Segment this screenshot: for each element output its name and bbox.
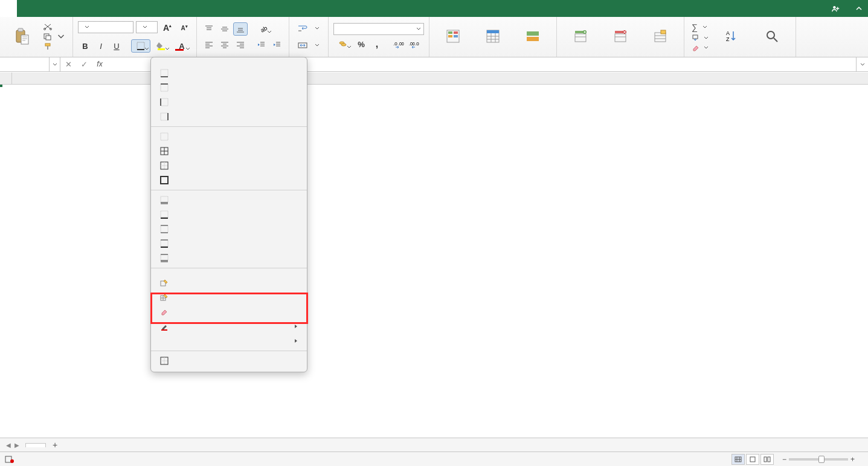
cell-styles-button[interactable] <box>514 29 551 45</box>
name-box-dropdown[interactable] <box>50 57 60 71</box>
tab-formulas[interactable] <box>68 0 85 17</box>
tab-insert[interactable] <box>17 0 34 17</box>
align-right-button[interactable] <box>233 38 248 51</box>
orientation-icon: ab <box>259 25 268 33</box>
menu-bottom-double-border[interactable] <box>151 193 307 207</box>
align-top-button[interactable] <box>202 22 216 36</box>
select-all-corner[interactable] <box>0 73 12 84</box>
wrap-text-button[interactable] <box>294 21 323 36</box>
view-normal-button[interactable] <box>731 454 745 465</box>
borders-button[interactable] <box>131 39 150 53</box>
name-box[interactable] <box>0 57 50 71</box>
format-as-table-button[interactable] <box>474 29 512 45</box>
view-page-break-button[interactable] <box>760 454 774 465</box>
view-page-layout-button[interactable] <box>746 454 759 465</box>
menu-draw-border[interactable] <box>151 276 307 290</box>
sort-filter-button[interactable]: AZ <box>713 29 751 45</box>
tab-home[interactable] <box>0 0 17 17</box>
increase-decimal-button[interactable]: .0.00 <box>391 37 406 51</box>
align-middle-icon <box>220 25 229 33</box>
increase-indent-button[interactable] <box>269 38 284 51</box>
menu-right-border[interactable] <box>151 109 307 124</box>
autosum-button[interactable]: ∑ <box>689 22 711 33</box>
find-select-button[interactable] <box>753 29 791 45</box>
share-button[interactable] <box>826 0 850 17</box>
number-format-combo[interactable] <box>333 23 424 35</box>
menu-all-borders[interactable] <box>151 144 307 158</box>
fill-color-button[interactable] <box>152 39 171 53</box>
bold-button[interactable]: B <box>78 39 92 53</box>
menu-left-border[interactable] <box>151 95 307 109</box>
spreadsheet-grid[interactable] <box>0 73 868 451</box>
format-cells-button[interactable] <box>641 29 679 45</box>
copy-button[interactable] <box>41 33 68 41</box>
format-painter-button[interactable] <box>41 42 68 51</box>
sheet-nav-next[interactable]: ▶ <box>14 442 19 448</box>
macro-record-icon[interactable] <box>5 455 14 464</box>
expand-formula-bar[interactable] <box>856 57 868 71</box>
decrease-decimal-icon: .00.0 <box>409 40 420 48</box>
menu-outside-borders[interactable] <box>151 158 307 173</box>
menu-top-border[interactable] <box>151 80 307 95</box>
svg-point-77 <box>767 31 774 39</box>
align-middle-button[interactable] <box>217 22 232 36</box>
tab-review[interactable] <box>101 0 118 17</box>
menu-bottom-border[interactable] <box>151 66 307 80</box>
insert-cells-button[interactable] <box>562 29 599 45</box>
menu-thick-box-border[interactable] <box>151 173 307 187</box>
tab-data[interactable] <box>85 0 101 17</box>
sheet-tab-sheet1[interactable] <box>25 443 46 447</box>
menu-thick-bottom-border[interactable] <box>151 207 307 222</box>
fill-button[interactable] <box>689 34 711 42</box>
zoom-slider[interactable]: − + <box>782 455 855 464</box>
accept-formula-button[interactable]: ✓ <box>76 60 92 69</box>
accounting-format-button[interactable] <box>333 37 353 51</box>
font-size-combo[interactable] <box>136 21 158 33</box>
add-sheet-button[interactable]: + <box>48 438 62 451</box>
menu-line-color[interactable] <box>151 319 307 334</box>
zoom-out-button[interactable]: − <box>782 455 786 464</box>
tab-draw[interactable] <box>34 0 51 17</box>
align-left-button[interactable] <box>202 38 216 51</box>
sheet-nav-prev[interactable]: ◀ <box>6 442 11 448</box>
percent-button[interactable]: % <box>354 37 368 51</box>
fx-button[interactable]: fx <box>92 60 108 68</box>
comma-button[interactable]: , <box>370 37 384 51</box>
underline-icon: U <box>114 42 119 51</box>
cancel-formula-button[interactable]: ✕ <box>60 60 76 69</box>
svg-rect-3 <box>21 35 28 44</box>
menu-draw-border-grid[interactable] <box>151 290 307 305</box>
align-bottom-button[interactable] <box>233 22 248 36</box>
font-color-button[interactable]: A <box>172 39 191 53</box>
paste-button[interactable] <box>8 28 36 46</box>
clear-button[interactable] <box>689 44 711 52</box>
increase-font-button[interactable]: A▴ <box>160 21 175 34</box>
menu-top-thick-bottom-border[interactable] <box>151 236 307 251</box>
cut-button[interactable] <box>41 23 68 31</box>
orientation-button[interactable]: ab <box>254 22 273 36</box>
italic-button[interactable]: I <box>94 39 108 53</box>
font-name-combo[interactable] <box>78 21 133 33</box>
tab-developer[interactable] <box>135 0 152 17</box>
menu-top-double-bottom-border[interactable] <box>151 251 307 265</box>
decrease-decimal-button[interactable]: .00.0 <box>407 37 422 51</box>
menu-erase-border[interactable] <box>151 305 307 319</box>
zoom-in-button[interactable]: + <box>850 455 855 464</box>
decrease-indent-button[interactable] <box>254 38 268 51</box>
menu-line-style[interactable] <box>151 334 307 348</box>
underline-button[interactable]: U <box>109 39 124 53</box>
collapse-ribbon[interactable] <box>850 0 868 17</box>
svg-rect-124 <box>750 457 755 462</box>
menu-more-borders[interactable] <box>151 354 307 368</box>
menu-top-bottom-border[interactable] <box>151 222 307 236</box>
menu-no-border[interactable] <box>151 129 307 144</box>
tab-page-layout[interactable] <box>51 0 68 17</box>
merge-center-button[interactable] <box>294 38 323 53</box>
pencil-border-icon <box>159 278 169 288</box>
tab-view[interactable] <box>118 0 135 17</box>
align-center-button[interactable] <box>217 38 232 51</box>
conditional-formatting-button[interactable] <box>434 29 472 45</box>
delete-cells-button[interactable] <box>602 29 639 45</box>
decrease-font-button[interactable]: A▾ <box>177 21 191 34</box>
svg-point-0 <box>833 6 835 8</box>
